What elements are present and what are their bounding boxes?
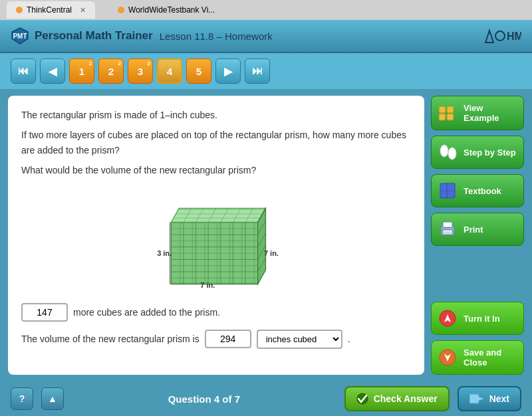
footer: ? ▲ Question 4 of 7 Check Answer Next (0, 381, 532, 416)
browser-bar: ThinkCentral ✕ WorldWideTestbank Vi... (0, 0, 532, 20)
svg-rect-42 (447, 114, 454, 120)
view-example-icon (437, 104, 458, 122)
svg-text:HMH: HMH (507, 31, 521, 42)
question-panel: The rectangular prism is made of 1–inch … (8, 96, 424, 375)
question-line2: If two more layers of cubes are placed o… (21, 128, 411, 157)
tab-label: ThinkCentral (27, 5, 72, 15)
save-close-button[interactable]: Save and Close (431, 340, 524, 375)
nav-forward-button[interactable]: ▶ (215, 58, 241, 84)
question-line1: The rectangular prism is made of 1–inch … (21, 108, 411, 122)
svg-rect-40 (447, 106, 454, 113)
cube-svg: 3 in. 7 in. 7 in. (143, 187, 289, 294)
textbook-button[interactable]: Textbook (431, 174, 524, 207)
num2-label: 2 (108, 66, 114, 77)
print-label: Print (464, 225, 518, 235)
answer2-prefix: The volume of the new rectangular prism … (21, 334, 200, 344)
back-icon: ◀ (49, 65, 57, 78)
nav-num4-button[interactable]: 4 (157, 58, 182, 84)
nav-num3-button[interactable]: 3 2 (128, 58, 153, 84)
cubes-added-input[interactable] (21, 303, 68, 322)
book-icon (438, 183, 458, 199)
nav-num5-button[interactable]: 5 (186, 58, 211, 84)
units-select[interactable]: inches cubed inches squared inches (257, 330, 342, 349)
printer-icon (438, 221, 458, 237)
question-progress: Question 4 of 7 (72, 393, 336, 405)
turn-it-in-icon (437, 309, 458, 328)
accessibility-button[interactable]: ▲ (41, 387, 64, 410)
app-logo-icon: PMT (11, 27, 29, 45)
answer1-suffix: more cubes are added to the prism. (73, 307, 220, 318)
nav-forward-skip-button[interactable]: ⏭ (245, 58, 270, 84)
textbook-icon (437, 181, 458, 200)
svg-rect-39 (439, 106, 446, 113)
svg-rect-8 (171, 222, 257, 284)
tab-worldwide[interactable]: WorldWideTestbank Vi... (108, 1, 224, 19)
side-panel: View Example Step by Step (431, 96, 524, 375)
num3-label: 3 (138, 66, 143, 77)
save-close-label: Save and Close (464, 348, 518, 367)
cube-illustration: 3 in. 7 in. 7 in. (21, 187, 411, 294)
check-answer-button[interactable]: Check Answer (344, 386, 450, 411)
nav-num2-button[interactable]: 2 2 (98, 58, 124, 84)
turn-it-in-label: Turn it In (464, 314, 518, 324)
svg-marker-55 (469, 394, 484, 403)
nav-bar: ⏮ ◀ 1 1 2 2 3 2 4 5 ▶ ⏭ (0, 53, 532, 89)
num4-label: 4 (167, 66, 172, 77)
submit-icon (438, 309, 458, 328)
num3-super: 2 (148, 60, 150, 66)
hmh-logo: HMH (481, 27, 521, 45)
turn-it-in-button[interactable]: Turn it In (431, 302, 524, 335)
svg-point-44 (448, 148, 456, 159)
step-by-step-icon (437, 143, 458, 161)
question-line3: What would be the volume of the new rect… (21, 163, 411, 177)
view-example-button[interactable]: View Example (431, 96, 524, 130)
dim-left-label: 3 in. (157, 249, 172, 257)
num5-label: 5 (196, 66, 201, 77)
svg-point-3 (495, 31, 505, 41)
forward-skip-icon: ⏭ (252, 65, 263, 77)
svg-rect-48 (443, 222, 452, 227)
tab2-indicator (118, 7, 124, 13)
textbook-label: Textbook (464, 186, 518, 196)
nav-num1-button[interactable]: 1 1 (69, 58, 94, 84)
view-example-label: View Example (464, 103, 518, 123)
logo-area: PMT Personal Math Trainer (11, 27, 153, 45)
answer-row-2: The volume of the new rectangular prism … (21, 330, 411, 349)
volume-input[interactable] (205, 330, 251, 348)
tab-close-icon[interactable]: ✕ (80, 6, 86, 15)
num2-super: 2 (118, 60, 121, 66)
svg-marker-19 (171, 208, 265, 222)
tab-indicator (16, 7, 23, 13)
svg-point-43 (440, 145, 448, 157)
num1-label: 1 (79, 66, 84, 77)
save-close-icon (437, 348, 458, 367)
answer-row-1: more cubes are added to the prism. (21, 303, 411, 322)
save-icon (438, 348, 458, 367)
nav-back-skip-button[interactable]: ⏮ (11, 58, 36, 84)
footsteps-icon (438, 144, 458, 160)
help-button[interactable]: ? (11, 387, 33, 410)
puzzle-icon (438, 105, 458, 121)
help-icon: ? (19, 393, 25, 404)
dim-right-label: 7 in. (264, 249, 279, 257)
question-text: The rectangular prism is made of 1–inch … (21, 108, 411, 178)
next-label: Next (489, 393, 509, 404)
svg-text:PMT: PMT (13, 33, 27, 40)
tab2-label: WorldWideTestbank Vi... (128, 5, 215, 15)
next-button[interactable]: Next (458, 386, 521, 411)
step-by-step-button[interactable]: Step by Step (431, 136, 524, 169)
nav-back-button[interactable]: ◀ (40, 58, 65, 84)
tab-thinkcentral[interactable]: ThinkCentral ✕ (7, 1, 95, 19)
check-answer-label: Check Answer (374, 393, 438, 404)
forward-icon: ▶ (224, 65, 232, 78)
accessibility-icon: ▲ (48, 393, 57, 404)
print-icon (437, 220, 458, 239)
print-button[interactable]: Print (431, 213, 524, 246)
next-arrow-icon (469, 393, 484, 405)
app-title: Personal Math Trainer (35, 29, 153, 43)
svg-rect-41 (439, 114, 446, 120)
num1-super: 1 (89, 60, 92, 66)
svg-marker-2 (485, 31, 493, 43)
app-container: PMT Personal Math Trainer Lesson 11.8 – … (0, 20, 532, 416)
app-header: PMT Personal Math Trainer Lesson 11.8 – … (0, 20, 532, 53)
